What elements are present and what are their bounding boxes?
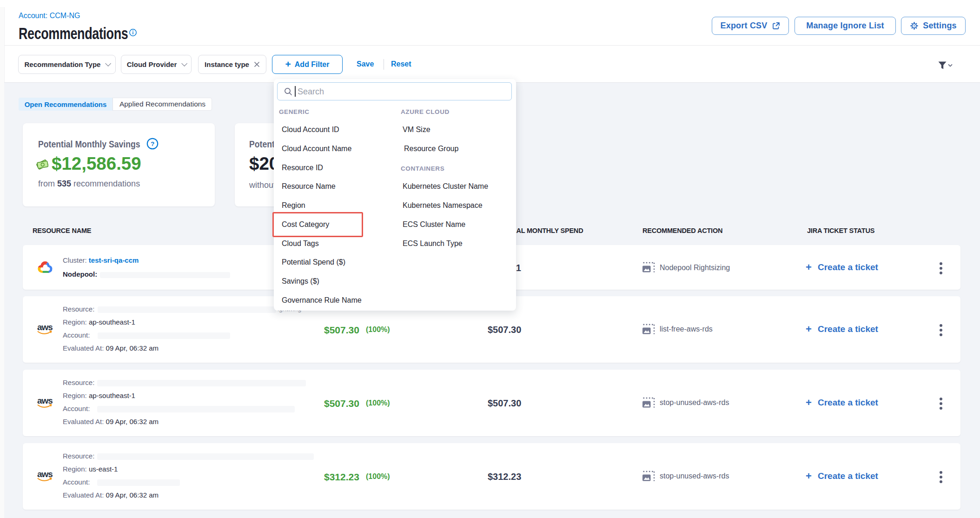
svg-text:?: ? xyxy=(151,140,154,147)
